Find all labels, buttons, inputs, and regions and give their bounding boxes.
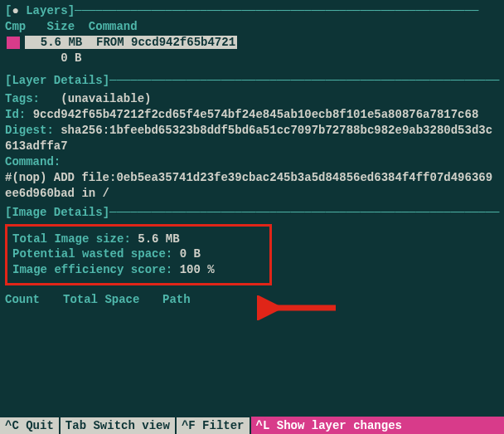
layer-selected-marker bbox=[7, 37, 20, 49]
layer-row[interactable]: 0 B bbox=[5, 51, 499, 66]
show-layer-changes-shortcut[interactable]: ^L Show layer changes bbox=[251, 417, 504, 434]
path-table-header: CountTotal SpacePath bbox=[5, 292, 499, 308]
tags-row: Tags: (unavailable) bbox=[5, 91, 499, 107]
id-row: Id: 9ccd942f65b47212f2cd65f4e574bf24e845… bbox=[5, 107, 499, 123]
layer1-size: 0 B bbox=[61, 51, 81, 65]
layer-details-section-header: [Layer Details]─────────────────────────… bbox=[5, 73, 499, 89]
layer0-size: 5.6 MB bbox=[41, 36, 82, 49]
filter-shortcut[interactable]: ^F Filter bbox=[177, 417, 250, 434]
layer0-command: FROM 9ccd942f65b4721 bbox=[96, 36, 235, 49]
command-label-row: Command: bbox=[5, 154, 499, 170]
layers-columns: Cmp Size Command bbox=[5, 19, 499, 35]
image-details-section-header: [Image Details]─────────────────────────… bbox=[5, 205, 499, 221]
status-bar: ^C Quit Tab Switch view ^F Filter ^L Sho… bbox=[0, 417, 504, 434]
wasted-space-row: Potential wasted space: 0 B bbox=[12, 246, 263, 262]
layer-details-title: Layer Details bbox=[12, 74, 102, 87]
digest-row: Digest: sha256:1bfeebd65323b8ddf5bd6a51c… bbox=[5, 123, 499, 154]
total-image-size-row: Total Image size: 5.6 MB bbox=[12, 232, 263, 247]
command-value-row: #(nop) ADD file:0eb5ea35741d23fe39cbac24… bbox=[5, 170, 499, 202]
image-details-title: Image Details bbox=[12, 206, 102, 219]
layer-row-selected[interactable]: 5.6 MB FROM 9ccd942f65b4721 bbox=[5, 35, 499, 51]
layers-title: Layers bbox=[26, 4, 67, 17]
image-stats-highlight-box: Total Image size: 5.6 MB Potential waste… bbox=[5, 224, 272, 286]
layers-section-header: [● Layers]──────────────────────────────… bbox=[5, 3, 499, 19]
efficiency-row: Image efficiency score: 100 % bbox=[12, 262, 263, 278]
quit-shortcut[interactable]: ^C Quit bbox=[0, 417, 59, 434]
switch-view-shortcut[interactable]: Tab Switch view bbox=[61, 417, 175, 434]
